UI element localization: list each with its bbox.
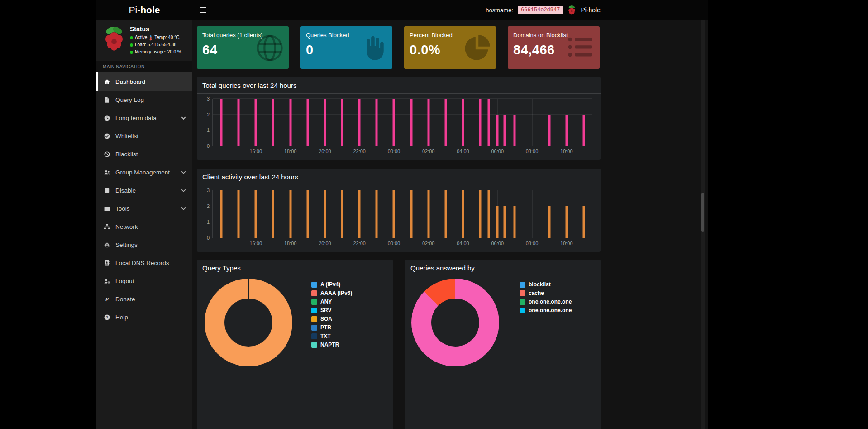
- sidebar-item-label: Whitelist: [115, 133, 138, 140]
- sidebar-item-label: Group Management: [115, 169, 170, 176]
- query-types-panel: Query Types A (IPv4)AAAA (IPv6)ANYSRVSOA…: [197, 260, 393, 429]
- total-queries-plot[interactable]: 012316:0018:0020:0022:0000:0002:0004:000…: [212, 99, 592, 146]
- legend-swatch: [311, 308, 317, 313]
- legend-item-srv: SRV: [311, 307, 352, 313]
- legend-label: SRV: [320, 307, 331, 313]
- status-temp-label: Temp: 40 °C: [154, 34, 179, 41]
- legend-label: PTR: [320, 324, 331, 331]
- x-tick-label: 02:00: [422, 241, 435, 246]
- sidebar-item-local-dns-records[interactable]: Local DNS Records: [96, 254, 192, 272]
- bar: [376, 190, 378, 238]
- percent-blocked-card: Percent Blocked0.0%: [404, 26, 496, 69]
- legend-item-txt: TXT: [311, 333, 352, 339]
- status-active-label: Active: [135, 34, 147, 41]
- slice-boundary: [248, 279, 249, 323]
- sidebar-item-label: Settings: [115, 241, 138, 248]
- sidebar-item-query-log[interactable]: Query Log: [96, 91, 192, 109]
- bar: [324, 99, 326, 146]
- legend-swatch: [520, 290, 525, 296]
- brand-logo[interactable]: Pi-hole: [96, 0, 192, 20]
- panel-title-total-queries: Total queries over last 24 hours: [202, 82, 296, 89]
- bar: [393, 99, 395, 146]
- legend-swatch: [311, 282, 317, 288]
- bar: [238, 190, 240, 238]
- panel-title-client-activity: Client activity over last 24 hours: [202, 173, 298, 181]
- legend-label: TXT: [320, 333, 331, 339]
- bar: [238, 99, 240, 146]
- donut-hole: [431, 299, 479, 347]
- sidebar-item-label: Local DNS Records: [115, 260, 169, 266]
- bar: [504, 206, 506, 238]
- status-panel: Status Active Temp: 40 °C Load: 5.41 5.6…: [96, 20, 192, 59]
- x-gridline: [532, 99, 533, 146]
- sidebar-item-tools[interactable]: Tools: [96, 199, 192, 217]
- bar: [306, 99, 309, 146]
- stop-icon: [104, 187, 110, 194]
- users-icon: [104, 169, 110, 176]
- bar: [462, 99, 464, 146]
- bar: [496, 115, 499, 146]
- legend-label: NAPTR: [320, 342, 339, 348]
- pihole-home-link[interactable]: Pi-hole: [581, 6, 601, 14]
- sidebar-item-donate[interactable]: PDonate: [96, 290, 192, 308]
- bar: [220, 99, 223, 146]
- panel-title-queries-answered-by: Queries answered by: [410, 264, 475, 272]
- x-tick-label: 18:00: [284, 149, 297, 154]
- sidebar-item-settings[interactable]: Settings: [96, 236, 192, 254]
- sidebar-item-dashboard[interactable]: Dashboard: [96, 72, 192, 91]
- panel-head: Queries answered by: [405, 260, 601, 276]
- sidebar-item-network[interactable]: Network: [96, 217, 192, 236]
- gears-icon: [104, 241, 110, 248]
- chevron-down-icon: [181, 188, 186, 192]
- bar: [548, 206, 550, 238]
- sidebar-item-group-management[interactable]: Group Management: [96, 163, 192, 181]
- legend-label: ANY: [320, 299, 332, 305]
- main-navigation-header: MAIN NAVIGATION: [96, 61, 192, 72]
- bar: [324, 190, 326, 238]
- x-tick-label: 04:00: [457, 241, 469, 246]
- vertical-scrollbar[interactable]: [701, 20, 705, 429]
- total-queries-panel: Total queries over last 24 hours 012316:…: [197, 77, 601, 160]
- bar: [289, 99, 291, 146]
- legend-swatch: [311, 333, 317, 339]
- legend-swatch: [311, 290, 317, 296]
- sidebar-item-label: Dashboard: [115, 78, 145, 85]
- sidebar-item-disable[interactable]: Disable: [96, 181, 192, 199]
- sidebar-item-label: Help: [115, 314, 128, 321]
- client-activity-chart[interactable]: 012316:0018:0020:0022:0000:0002:0004:000…: [201, 188, 593, 249]
- bar: [514, 115, 516, 146]
- scrollbar-thumb[interactable]: [701, 193, 704, 232]
- pihole-admin-app: Pi-hole hostname: 666154e2d947 Pi-hole S…: [96, 0, 708, 429]
- sidebar-toggle-button[interactable]: [200, 0, 206, 20]
- legend-item-aaaa-ipv6: AAAA (IPv6): [311, 290, 352, 296]
- bar: [427, 99, 429, 146]
- y-gridline: [213, 130, 592, 130]
- legend-swatch: [520, 282, 525, 288]
- bar: [565, 115, 568, 146]
- check-circle-icon: [104, 133, 110, 140]
- sidebar-item-label: Query Log: [115, 96, 144, 103]
- y-gridline: [213, 222, 592, 222]
- status-title: Status: [130, 25, 181, 33]
- sidebar-item-blacklist[interactable]: Blacklist: [96, 145, 192, 163]
- donate-icon: P: [104, 296, 110, 303]
- client-activity-plot[interactable]: 012316:0018:0020:0022:0000:0002:0004:000…: [212, 190, 592, 238]
- total-queries-chart[interactable]: 012316:0018:0020:0022:0000:0002:0004:000…: [201, 97, 593, 157]
- bar: [582, 115, 585, 146]
- x-tick-label: 20:00: [319, 241, 331, 246]
- sidebar-item-whitelist[interactable]: Whitelist: [96, 127, 192, 145]
- legend-item-one-one-one-one: one.one.one.one: [520, 307, 572, 313]
- y-gridline: [213, 206, 592, 206]
- panel-title-query-types: Query Types: [202, 264, 241, 272]
- sidebar-item-help[interactable]: ?Help: [96, 308, 192, 326]
- chevron-down-icon: [181, 206, 186, 210]
- status-memory-dot: [130, 51, 133, 54]
- client-activity-panel: Client activity over last 24 hours 01231…: [197, 169, 601, 252]
- legend-label: A (IPv4): [320, 281, 340, 288]
- sidebar-item-logout[interactable]: Logout: [96, 272, 192, 290]
- bar: [220, 190, 223, 238]
- bar: [504, 115, 506, 146]
- sidebar-item-long-term-data[interactable]: Long term data: [96, 109, 192, 127]
- x-tick-label: 04:00: [457, 149, 469, 154]
- panel-head: Client activity over last 24 hours: [197, 169, 601, 185]
